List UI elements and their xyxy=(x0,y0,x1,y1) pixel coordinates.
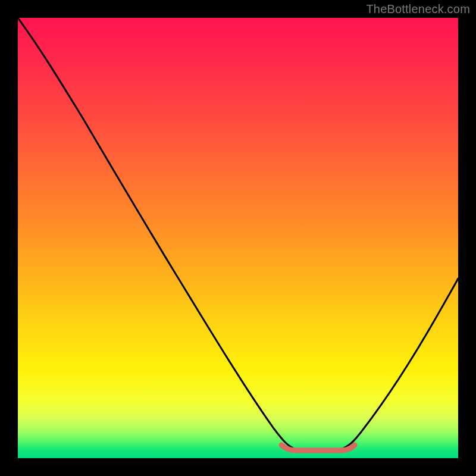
chart-frame: TheBottleneck.com xyxy=(0,0,476,476)
chart-svg xyxy=(18,18,458,458)
bottleneck-curve xyxy=(18,18,458,450)
optimal-range-marker xyxy=(281,445,355,450)
watermark-text: TheBottleneck.com xyxy=(366,2,470,16)
plot-area xyxy=(18,18,458,458)
